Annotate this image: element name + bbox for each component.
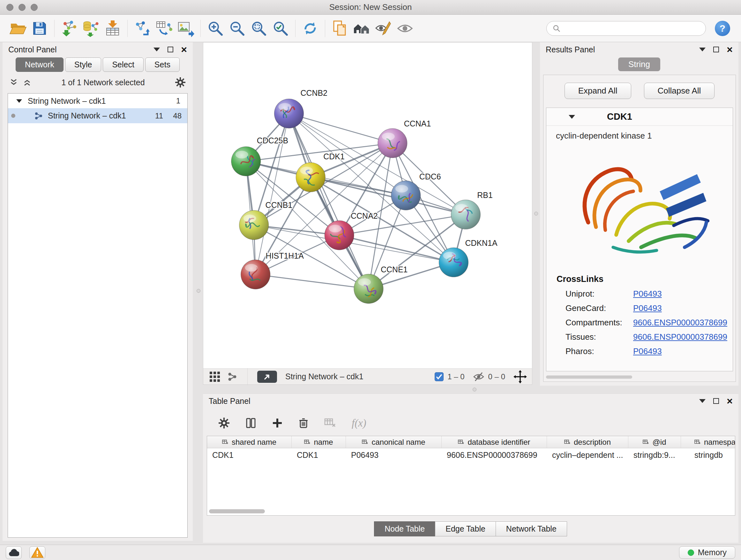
gear-icon[interactable] bbox=[218, 417, 230, 429]
network-node-CCNB1[interactable] bbox=[239, 210, 269, 240]
string-results-tab[interactable]: String bbox=[618, 57, 660, 71]
warnings-button[interactable] bbox=[29, 546, 45, 559]
vertical-splitter-handle[interactable] bbox=[197, 289, 200, 293]
new-network-button[interactable] bbox=[131, 17, 153, 39]
network-canvas[interactable]: CCNB2CCNA1CDC25BCDK1CDC6RB1CCNB1CCNA2CDK… bbox=[203, 42, 532, 369]
delete-column-icon[interactable] bbox=[298, 418, 309, 428]
close-panel-icon[interactable]: × bbox=[181, 44, 187, 55]
close-panel-icon[interactable]: × bbox=[727, 396, 733, 406]
expand-all-chevron-icon[interactable] bbox=[23, 78, 31, 86]
delete-table-icon[interactable] bbox=[324, 418, 336, 428]
import-table-button[interactable] bbox=[102, 17, 124, 39]
crosslink-compartments-link[interactable]: 9606.ENSP00000378699 bbox=[633, 318, 727, 327]
zoom-selected-button[interactable] bbox=[270, 17, 291, 39]
results-horizontal-scrollbar[interactable] bbox=[546, 375, 632, 379]
network-node-CCNA1[interactable] bbox=[378, 128, 407, 158]
open-session-button[interactable] bbox=[7, 17, 29, 39]
table-row[interactable]: CDK1 CDK1 P06493 9606.ENSP00000378699 cy… bbox=[207, 448, 735, 462]
close-panel-icon[interactable]: × bbox=[727, 44, 733, 55]
column-header-id[interactable]: @id bbox=[628, 436, 681, 448]
horizontal-splitter-handle[interactable] bbox=[473, 388, 476, 391]
tab-sets[interactable]: Sets bbox=[145, 57, 180, 72]
birds-eye-crosshair-icon[interactable] bbox=[514, 370, 527, 383]
show-graphics-details-button[interactable] bbox=[394, 17, 416, 39]
help-button[interactable]: ? bbox=[715, 21, 730, 36]
network-graph[interactable]: CCNB2CCNA1CDC25BCDK1CDC6RB1CCNB1CCNA2CDK… bbox=[203, 43, 532, 368]
tab-network[interactable]: Network bbox=[16, 57, 64, 72]
node-label-CDC25B: CDC25B bbox=[257, 136, 288, 145]
tab-node-table[interactable]: Node Table bbox=[374, 521, 435, 537]
zoom-out-button[interactable] bbox=[226, 17, 248, 39]
network-collection-row[interactable]: String Network – cdk1 1 bbox=[8, 94, 187, 108]
network-row-selected[interactable]: String Network – cdk1 11 48 bbox=[8, 108, 187, 123]
annotation-visibility-button[interactable] bbox=[373, 17, 394, 39]
network-node-CDC6[interactable] bbox=[391, 181, 421, 210]
column-header-database-identifier[interactable]: database identifier bbox=[442, 436, 547, 448]
import-network-database-button[interactable] bbox=[80, 17, 102, 39]
grid-view-icon[interactable] bbox=[208, 370, 221, 383]
tab-style[interactable]: Style bbox=[65, 57, 102, 72]
column-header-canonical-name[interactable]: canonical name bbox=[346, 436, 442, 448]
network-node-CCNA2[interactable] bbox=[325, 221, 354, 250]
collapse-all-chevron-icon[interactable] bbox=[10, 78, 18, 86]
add-column-icon[interactable] bbox=[272, 418, 283, 428]
float-panel-icon[interactable] bbox=[713, 398, 719, 404]
toolbar-search[interactable] bbox=[546, 21, 706, 36]
gear-icon[interactable] bbox=[175, 77, 186, 88]
panel-menu-icon[interactable] bbox=[153, 48, 160, 51]
selected-items-checkbox[interactable] bbox=[434, 372, 444, 381]
crosslink-pharos-link[interactable]: P06493 bbox=[633, 347, 662, 356]
network-node-CDK1[interactable] bbox=[296, 163, 325, 192]
hidden-items-icon[interactable] bbox=[473, 372, 484, 382]
gene-card-header[interactable]: CDK1 bbox=[546, 108, 733, 126]
panel-menu-icon[interactable] bbox=[699, 48, 705, 51]
network-share-icon[interactable] bbox=[227, 371, 238, 382]
crosslink-genecard-link[interactable]: P06493 bbox=[633, 303, 662, 313]
column-header-shared-name[interactable]: shared name bbox=[207, 436, 292, 448]
tree-expand-icon[interactable] bbox=[16, 99, 22, 103]
vertical-splitter-handle[interactable] bbox=[534, 212, 538, 215]
collapse-gene-icon[interactable] bbox=[569, 115, 575, 119]
export-image-button[interactable] bbox=[175, 17, 197, 39]
minimize-window-button[interactable] bbox=[18, 4, 25, 11]
zoom-fit-button[interactable] bbox=[248, 17, 270, 39]
import-network-file-button[interactable] bbox=[58, 17, 80, 39]
crosslink-tissues-link[interactable]: 9606.ENSP00000378699 bbox=[633, 332, 727, 342]
network-from-table-button[interactable] bbox=[153, 17, 175, 39]
memory-button[interactable]: Memory bbox=[679, 546, 735, 559]
column-header-name[interactable]: name bbox=[292, 436, 346, 448]
detach-view-button[interactable] bbox=[257, 371, 277, 383]
network-node-HIST1H1A[interactable] bbox=[241, 260, 270, 289]
column-header-namespace[interactable]: namespace bbox=[681, 436, 735, 448]
crosslink-uniprot-link[interactable]: P06493 bbox=[633, 289, 662, 299]
documentation-button[interactable] bbox=[329, 17, 351, 39]
network-node-CCNB2[interactable] bbox=[274, 99, 304, 128]
panel-menu-icon[interactable] bbox=[699, 399, 705, 403]
apply-layout-button[interactable] bbox=[299, 17, 321, 39]
close-window-button[interactable] bbox=[6, 4, 13, 11]
node-label-CDKN1A: CDKN1A bbox=[465, 239, 497, 247]
home-button[interactable] bbox=[351, 17, 373, 39]
collapse-all-button[interactable]: Collapse All bbox=[644, 83, 715, 99]
cloud-status-button[interactable] bbox=[6, 546, 22, 559]
tab-edge-table[interactable]: Edge Table bbox=[435, 521, 496, 537]
network-node-CDKN1A[interactable] bbox=[439, 248, 468, 277]
show-columns-icon[interactable] bbox=[245, 417, 257, 429]
search-input[interactable] bbox=[564, 24, 700, 33]
tab-network-table[interactable]: Network Table bbox=[495, 521, 567, 537]
zoom-in-button[interactable] bbox=[205, 17, 226, 39]
table-horizontal-scrollbar[interactable] bbox=[209, 509, 265, 514]
scrollbar-thumb[interactable] bbox=[209, 509, 265, 513]
column-header-description[interactable]: description bbox=[547, 436, 628, 448]
zoom-window-button[interactable] bbox=[30, 4, 38, 11]
save-session-button[interactable] bbox=[29, 17, 51, 39]
network-node-CDC25B[interactable] bbox=[231, 146, 261, 176]
network-node-CCNE1[interactable] bbox=[354, 274, 383, 304]
float-panel-icon[interactable] bbox=[167, 47, 173, 52]
scrollbar-thumb[interactable] bbox=[546, 375, 632, 379]
float-panel-icon[interactable] bbox=[713, 47, 719, 52]
tab-select[interactable]: Select bbox=[103, 57, 143, 72]
function-builder-button[interactable]: f(x) bbox=[352, 417, 366, 429]
expand-all-button[interactable]: Expand All bbox=[564, 83, 631, 99]
network-node-RB1[interactable] bbox=[451, 200, 480, 229]
